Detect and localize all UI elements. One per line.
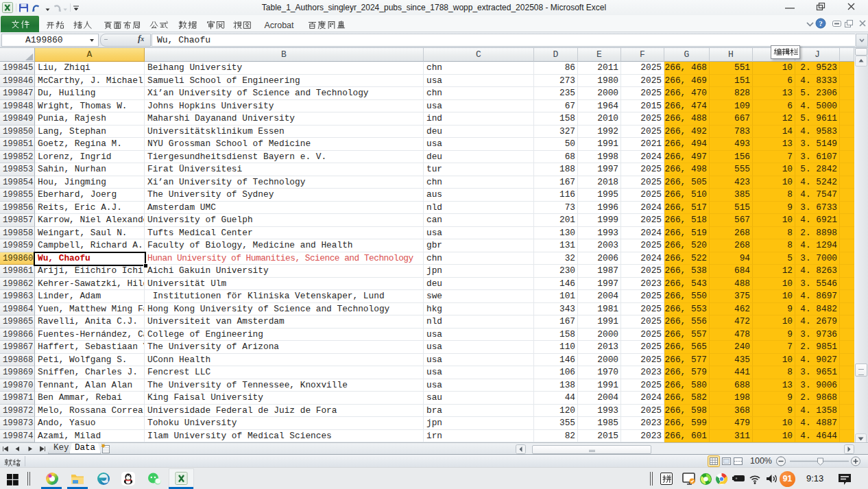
svg-text:?: ?	[819, 19, 823, 27]
